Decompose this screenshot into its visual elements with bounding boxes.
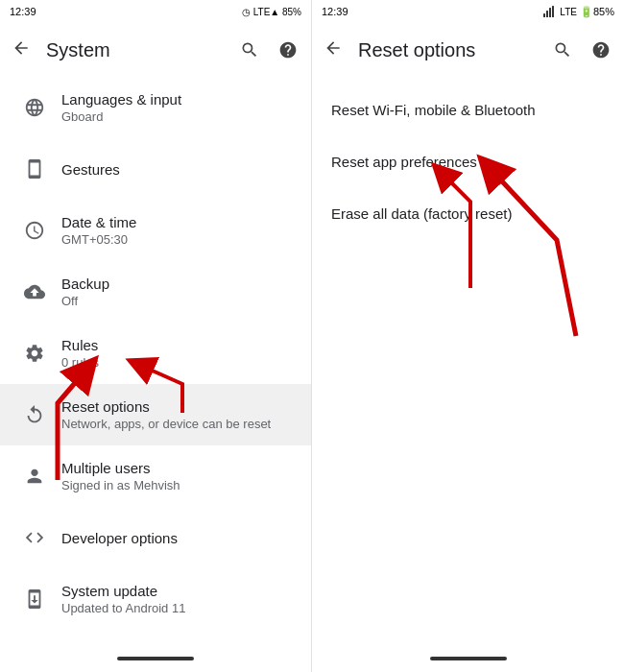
update-icon <box>15 580 54 618</box>
time-right: 12:39 <box>322 6 348 17</box>
reset-item-factory[interactable]: Erase all data (factory reset) <box>312 188 624 240</box>
rules-label: Rules <box>61 337 296 353</box>
status-icons-right: LTE 🔋85% <box>543 6 614 18</box>
multiuser-icon <box>15 457 54 495</box>
rules-text: Rules 0 rules <box>54 337 296 370</box>
back-button-right[interactable] <box>324 38 343 62</box>
nav-bar-left <box>0 641 311 672</box>
menu-item-update[interactable]: System update Updated to Android 11 <box>0 568 311 630</box>
reset-sub: Network, apps, or device can be reset <box>61 417 296 431</box>
update-text: System update Updated to Android 11 <box>54 583 296 615</box>
left-header: System <box>0 23 311 77</box>
languages-label: Languages & input <box>61 91 296 108</box>
backup-label: Backup <box>61 276 296 292</box>
backup-sub: Off <box>61 294 296 308</box>
help-button-right[interactable] <box>589 38 612 61</box>
svg-rect-1 <box>546 11 548 17</box>
gestures-text: Gestures <box>54 161 296 178</box>
multiuser-sub: Signed in as Mehvish <box>61 478 296 492</box>
right-header: Reset options <box>312 23 624 77</box>
nav-bar-right <box>312 641 624 672</box>
svg-rect-2 <box>549 8 551 17</box>
menu-item-multiuser[interactable]: Multiple users Signed in as Mehvish <box>0 445 311 507</box>
menu-item-developer[interactable]: Developer options <box>0 507 311 568</box>
nav-pill-left <box>117 657 194 660</box>
multiuser-label: Multiple users <box>61 460 296 476</box>
svg-rect-0 <box>543 13 545 17</box>
status-icons-left: ◷ LTE▲ 85% <box>242 7 301 17</box>
status-bar-right: 12:39 LTE 🔋85% <box>312 0 624 23</box>
menu-item-reset[interactable]: Reset options Network, apps, or device c… <box>0 384 311 445</box>
menu-item-rules[interactable]: Rules 0 rules <box>0 323 311 384</box>
reset-item-wifi[interactable]: Reset Wi-Fi, mobile & Bluetooth <box>312 84 624 136</box>
left-header-title: System <box>46 39 223 61</box>
languages-icon <box>15 88 54 127</box>
status-bar-left: 12:39 ◷ LTE▲ 85% <box>0 0 311 23</box>
update-label: System update <box>61 583 296 599</box>
rules-icon <box>15 334 54 372</box>
datetime-sub: GMT+05:30 <box>61 232 296 247</box>
right-header-title: Reset options <box>358 39 536 61</box>
nav-pill-right <box>430 657 507 660</box>
reset-item-app-prefs[interactable]: Reset app preferences <box>312 136 624 188</box>
system-menu-list: Languages & input Gboard Gestures Date &… <box>0 77 311 641</box>
right-header-icons <box>551 38 612 61</box>
search-button-left[interactable] <box>238 38 261 61</box>
update-sub: Updated to Android 11 <box>61 601 296 615</box>
reset-text: Reset options Network, apps, or device c… <box>54 398 296 431</box>
left-header-icons <box>238 38 300 61</box>
datetime-text: Date & time GMT+05:30 <box>54 214 296 247</box>
menu-item-gestures[interactable]: Gestures <box>0 138 311 200</box>
reset-label: Reset options <box>61 398 296 415</box>
gestures-label: Gestures <box>61 161 296 178</box>
right-panel: 12:39 LTE 🔋85% Reset options <box>312 0 624 672</box>
developer-label: Developer options <box>61 530 296 546</box>
languages-sub: Gboard <box>61 109 296 124</box>
rules-sub: 0 rules <box>61 355 296 370</box>
left-panel: 12:39 ◷ LTE▲ 85% System <box>0 0 312 672</box>
languages-text: Languages & input Gboard <box>54 91 296 124</box>
multiuser-text: Multiple users Signed in as Mehvish <box>54 460 296 492</box>
developer-text: Developer options <box>54 530 296 546</box>
reset-options-list: Reset Wi-Fi, mobile & Bluetooth Reset ap… <box>312 77 624 641</box>
menu-item-languages[interactable]: Languages & input Gboard <box>0 77 311 138</box>
reset-icon <box>15 396 54 434</box>
search-button-right[interactable] <box>551 38 574 61</box>
datetime-icon <box>15 211 54 250</box>
datetime-label: Date & time <box>61 214 296 230</box>
svg-rect-3 <box>552 6 554 17</box>
menu-item-backup[interactable]: Backup Off <box>0 261 311 323</box>
help-button-left[interactable] <box>276 38 300 61</box>
developer-icon <box>15 518 54 557</box>
backup-text: Backup Off <box>54 276 296 308</box>
back-button-left[interactable] <box>12 38 31 62</box>
menu-item-datetime[interactable]: Date & time GMT+05:30 <box>0 200 311 261</box>
status-right-left: ◷ LTE▲ 85% <box>242 7 301 17</box>
backup-icon <box>15 273 54 311</box>
gestures-icon <box>15 150 54 188</box>
time-left: 12:39 <box>10 6 36 17</box>
